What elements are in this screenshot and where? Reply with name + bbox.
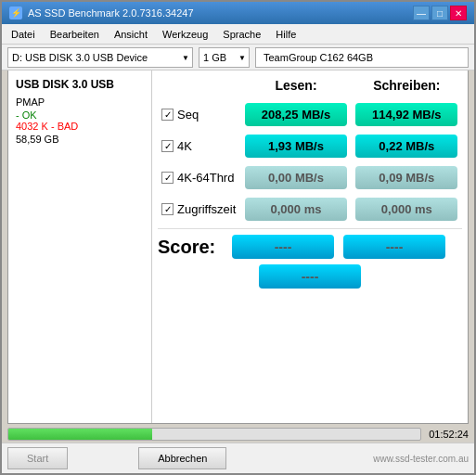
close-button[interactable]: ✕ <box>450 6 467 20</box>
left-panel: USB DISK 3.0 USB PMAP - OK 4032 K - BAD … <box>8 71 152 423</box>
progress-area: 01:52:24 <box>7 428 469 441</box>
access-read-result: 0,000 ms <box>245 198 347 221</box>
4k-write-result: 0,22 MB/s <box>355 135 457 158</box>
menu-sprache[interactable]: Sprache <box>217 28 266 41</box>
device-name: USB DISK 3.0 USB <box>16 78 144 93</box>
seq-label: Seq <box>177 108 199 122</box>
menu-ansicht[interactable]: Ansicht <box>109 28 153 41</box>
4k-read-result: 1,93 MB/s <box>245 135 347 158</box>
table-header: Lesen: Schreiben: <box>158 76 462 98</box>
bottom-bar: Start Abbrechen www.ssd-tester.com.au <box>2 443 474 473</box>
start-button[interactable]: Start <box>7 447 68 469</box>
pmap-label: PMAP <box>16 96 144 108</box>
col-label <box>158 76 240 98</box>
progress-time: 01:52:24 <box>429 429 469 440</box>
maximize-button[interactable]: □ <box>431 6 448 20</box>
menu-werkzeug[interactable]: Werkzeug <box>157 28 213 41</box>
device-label: TeamGroup C162 64GB <box>255 47 469 68</box>
status-ok: - OK <box>16 109 144 121</box>
toolbar: D: USB DISK 3.0 USB Device 1 GB 2 GB 4 G… <box>2 45 474 71</box>
read-score: ---- <box>232 235 334 259</box>
abort-button[interactable]: Abbrechen <box>138 447 226 469</box>
main-content: USB DISK 3.0 USB PMAP - OK 4032 K - BAD … <box>7 71 469 424</box>
minimize-button[interactable]: — <box>413 6 430 20</box>
score-label: Score: <box>158 237 223 258</box>
disk-size: 58,59 GB <box>16 134 144 145</box>
seq-read-result: 208,25 MB/s <box>245 103 347 126</box>
access-label: Zugriffszeit <box>177 202 236 216</box>
4k64-checkbox[interactable]: ✓ <box>161 172 174 184</box>
right-panel: Lesen: Schreiben: ✓ Seq 208,25 MB/s <box>152 71 468 423</box>
app-icon: ⚡ <box>9 6 22 19</box>
write-score: ---- <box>343 235 445 259</box>
table-row: ✓ 4K 1,93 MB/s 0,22 MB/s <box>158 130 462 161</box>
table-row: ✓ Zugriffszeit 0,000 ms 0,000 ms <box>158 193 462 225</box>
4k64-label: 4K-64Thrd <box>177 171 234 185</box>
4k-checkbox[interactable]: ✓ <box>161 140 174 152</box>
score-section: Score: ---- ---- ---- <box>158 228 462 289</box>
title-bar: ⚡ AS SSD Benchmark 2.0.7316.34247 — □ ✕ <box>2 2 474 24</box>
col-read: Lesen: <box>240 76 351 98</box>
progress-bar-outer <box>7 428 421 441</box>
4k64-write-result: 0,09 MB/s <box>355 166 457 189</box>
access-write-result: 0,000 ms <box>355 198 457 221</box>
progress-bar-inner <box>8 429 152 440</box>
col-write: Schreiben: <box>352 76 462 98</box>
menu-hilfe[interactable]: Hilfe <box>270 28 302 41</box>
seq-checkbox[interactable]: ✓ <box>161 109 174 121</box>
menu-datei[interactable]: Datei <box>6 28 41 41</box>
app-title: AS SSD Benchmark 2.0.7316.34247 <box>28 7 194 19</box>
4k-label: 4K <box>177 139 192 153</box>
seq-write-result: 114,92 MB/s <box>355 103 457 126</box>
access-checkbox[interactable]: ✓ <box>161 203 174 215</box>
table-row: ✓ 4K-64Thrd 0,00 MB/s 0,09 MB/s <box>158 161 462 193</box>
menu-bearbeiten[interactable]: Bearbeiten <box>45 28 105 41</box>
table-row: ✓ Seq 208,25 MB/s 114,92 MB/s <box>158 98 462 130</box>
4k64-read-result: 0,00 MB/s <box>245 166 347 189</box>
menu-bar: Datei Bearbeiten Ansicht Werkzeug Sprach… <box>2 24 474 45</box>
size-select[interactable]: 1 GB 2 GB 4 GB <box>199 47 250 68</box>
status-bad: 4032 K - BAD <box>16 121 144 132</box>
watermark: www.ssd-tester.com.au <box>373 454 469 464</box>
drive-select[interactable]: D: USB DISK 3.0 USB Device <box>7 47 193 68</box>
total-score: ---- <box>259 264 361 289</box>
